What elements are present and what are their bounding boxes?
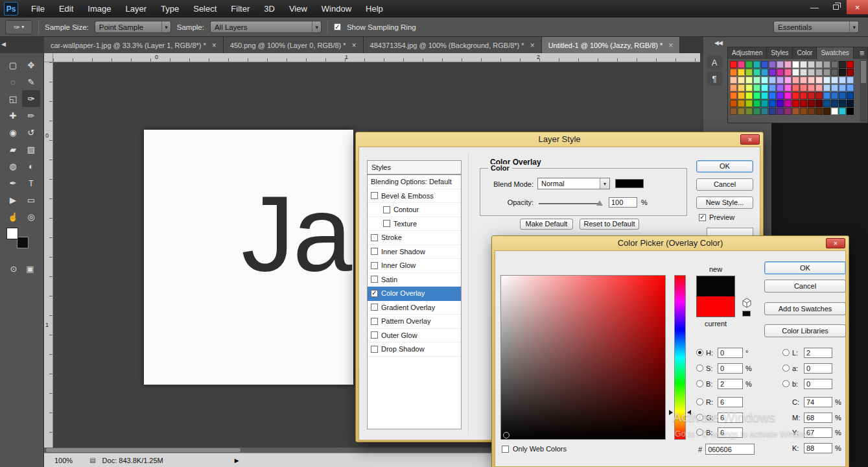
document-tab[interactable]: car-wallpaper-1.jpg @ 33.3% (Layer 1, RG… bbox=[44, 37, 224, 53]
color-swatch[interactable] bbox=[777, 69, 784, 76]
saturation-radio[interactable] bbox=[696, 365, 703, 372]
color-swatch[interactable] bbox=[847, 108, 854, 115]
color-swatch[interactable] bbox=[784, 69, 792, 76]
lab-a-input[interactable] bbox=[804, 363, 832, 374]
ok-button[interactable]: OK bbox=[764, 261, 846, 274]
brush-tool[interactable]: ✏ bbox=[22, 107, 40, 124]
style-item-satin[interactable]: Satin bbox=[368, 273, 461, 287]
style-item-pattern-overlay[interactable]: Pattern Overlay bbox=[368, 315, 461, 329]
color-swatch[interactable] bbox=[761, 61, 768, 68]
lasso-tool[interactable]: ◌ bbox=[4, 73, 22, 90]
color-swatch[interactable] bbox=[792, 61, 799, 68]
hand-tool[interactable]: ☝ bbox=[4, 208, 22, 225]
color-swatch[interactable] bbox=[839, 108, 846, 115]
color-swatch[interactable] bbox=[769, 108, 776, 115]
style-checkbox[interactable] bbox=[371, 318, 378, 325]
color-swatch[interactable] bbox=[815, 108, 823, 115]
color-swatch[interactable] bbox=[761, 77, 768, 84]
status-flyout-icon[interactable]: ▶ bbox=[235, 457, 239, 464]
color-swatch[interactable] bbox=[800, 77, 807, 84]
color-swatch[interactable] bbox=[777, 84, 784, 91]
add-to-swatches-button[interactable]: Add to Swatches bbox=[764, 302, 846, 315]
gradient-tool[interactable]: ▨ bbox=[22, 141, 40, 158]
lab-l-input[interactable] bbox=[804, 348, 832, 358]
color-swatch[interactable] bbox=[784, 92, 792, 99]
style-checkbox[interactable] bbox=[371, 234, 378, 241]
color-swatch[interactable] bbox=[777, 100, 784, 107]
color-swatch[interactable] bbox=[847, 100, 854, 107]
hue-radio[interactable] bbox=[696, 349, 703, 356]
sample-size-dropdown[interactable]: Point Sample ▾ bbox=[95, 21, 171, 33]
color-swatch[interactable] bbox=[730, 69, 737, 76]
make-default-button[interactable]: Make Default bbox=[520, 219, 573, 230]
menu-type[interactable]: Type bbox=[154, 0, 186, 18]
eyedropper-tool[interactable]: ✑ bbox=[22, 90, 40, 107]
menu-file[interactable]: File bbox=[24, 0, 52, 18]
color-swatch[interactable] bbox=[808, 77, 815, 84]
color-swatch[interactable] bbox=[745, 69, 753, 76]
menu-edit[interactable]: Edit bbox=[52, 0, 80, 18]
color-swatch[interactable] bbox=[815, 84, 823, 91]
black-input[interactable] bbox=[804, 443, 832, 453]
current-color-swatch[interactable] bbox=[697, 296, 734, 317]
gamut-cube-icon[interactable] bbox=[742, 298, 752, 308]
character-panel-icon[interactable]: A bbox=[707, 55, 722, 69]
hex-input[interactable] bbox=[705, 444, 755, 455]
color-swatch[interactable] bbox=[800, 61, 807, 68]
menu-window[interactable]: Window bbox=[314, 0, 358, 18]
color-swatch[interactable] bbox=[847, 92, 854, 99]
color-swatch[interactable] bbox=[831, 61, 838, 68]
background-color-swatch[interactable] bbox=[17, 237, 29, 248]
color-swatch[interactable] bbox=[823, 61, 830, 68]
style-checkbox[interactable] bbox=[371, 192, 378, 199]
scrollbar-thumb[interactable] bbox=[46, 448, 240, 452]
opacity-slider-thumb[interactable] bbox=[596, 200, 603, 206]
color-swatch[interactable] bbox=[745, 100, 753, 107]
document-tab[interactable]: 450.png @ 100% (Layer 0, RGB/8) *× bbox=[224, 37, 364, 53]
style-item-bevel-emboss[interactable]: Bevel & Emboss bbox=[368, 189, 461, 204]
scroll-tabs-icon[interactable]: ◀ bbox=[1, 41, 6, 47]
color-swatch[interactable] bbox=[808, 61, 815, 68]
color-swatch[interactable] bbox=[847, 84, 854, 91]
color-swatch[interactable] bbox=[792, 69, 799, 76]
minimize-button[interactable]: — bbox=[804, 0, 825, 14]
style-checkbox[interactable] bbox=[371, 248, 378, 255]
color-swatch[interactable] bbox=[831, 84, 838, 91]
color-swatch[interactable] bbox=[831, 69, 838, 76]
color-swatch[interactable] bbox=[753, 108, 760, 115]
style-checkbox[interactable]: ✓ bbox=[371, 290, 378, 297]
panel-tab-adjustmen[interactable]: Adjustmen bbox=[728, 47, 767, 59]
preview-checkbox[interactable]: ✓ bbox=[699, 214, 706, 221]
color-swatch[interactable] bbox=[777, 92, 784, 99]
color-swatch[interactable] bbox=[745, 61, 753, 68]
color-swatch[interactable] bbox=[800, 84, 807, 91]
panel-tab-styles[interactable]: Styles bbox=[767, 47, 793, 59]
color-swatch[interactable] bbox=[831, 108, 838, 115]
cancel-button[interactable]: Cancel bbox=[696, 178, 753, 191]
crop-tool[interactable]: ◱ bbox=[4, 90, 22, 107]
green-radio[interactable] bbox=[696, 414, 703, 421]
color-swatch[interactable] bbox=[808, 84, 815, 91]
blue-input[interactable] bbox=[718, 427, 743, 438]
style-checkbox[interactable] bbox=[371, 304, 378, 311]
rectangle-tool[interactable]: ▭ bbox=[22, 191, 40, 208]
green-input[interactable] bbox=[718, 413, 743, 423]
eraser-tool[interactable]: ▰ bbox=[4, 141, 22, 158]
color-swatch[interactable] bbox=[808, 108, 815, 115]
color-swatch[interactable] bbox=[839, 92, 846, 99]
color-swatch[interactable] bbox=[745, 84, 753, 91]
document-tab[interactable]: Untitled-1 @ 100% (Jazzy, RGB/8) *× bbox=[542, 37, 681, 53]
color-swatch[interactable] bbox=[800, 92, 807, 99]
restore-button[interactable] bbox=[825, 0, 847, 14]
color-swatch[interactable] bbox=[738, 84, 745, 91]
paragraph-panel-icon[interactable]: ¶ bbox=[707, 71, 722, 86]
only-web-colors-checkbox[interactable] bbox=[502, 446, 509, 453]
panel-menu-icon[interactable]: ≣ bbox=[857, 47, 867, 59]
clone-stamp-tool[interactable]: ◉ bbox=[4, 124, 22, 141]
lab-b-input[interactable] bbox=[804, 379, 832, 389]
color-swatch[interactable] bbox=[815, 77, 823, 84]
color-swatch[interactable] bbox=[761, 69, 768, 76]
style-checkbox[interactable] bbox=[383, 220, 390, 227]
foreground-color-swatch[interactable] bbox=[6, 228, 18, 239]
color-swatch[interactable] bbox=[745, 92, 753, 99]
